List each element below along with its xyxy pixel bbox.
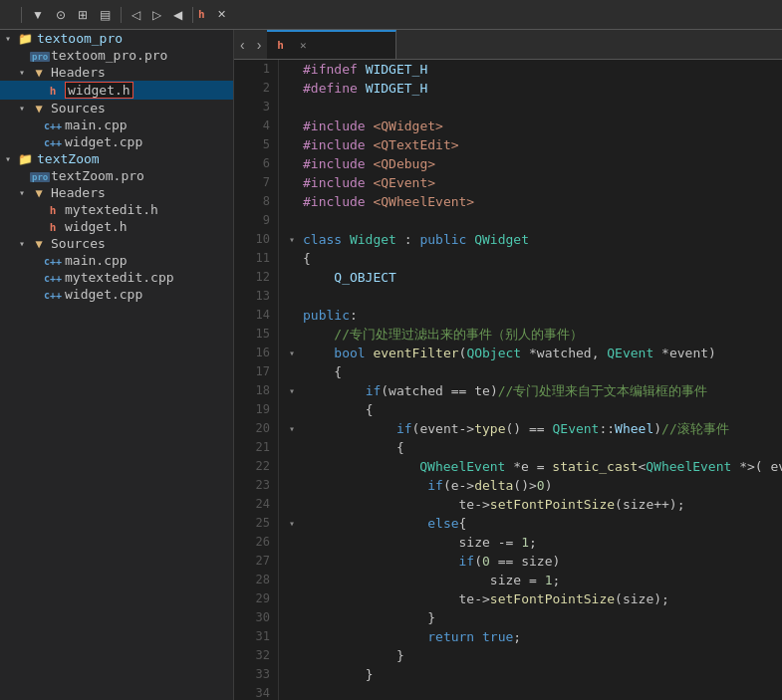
tree-item-mytextedit_cpp[interactable]: c++mytextedit.cpp bbox=[0, 269, 233, 286]
code-line: #include <QWheelEvent> bbox=[289, 192, 772, 211]
file-icon-pro: pro bbox=[30, 169, 48, 183]
tab-nav-right[interactable]: › bbox=[251, 30, 268, 59]
code-line: size = 1; bbox=[289, 571, 772, 589]
line-number: 25 bbox=[234, 514, 270, 533]
code-line: { bbox=[289, 362, 772, 381]
fold-arrow[interactable] bbox=[289, 230, 303, 249]
fold-arrow[interactable] bbox=[289, 381, 303, 400]
main-toolbar: ▼ ⊙ ⊞ ▤ ◁ ▷ ◀ h ✕ bbox=[0, 0, 782, 30]
file-icon-project: 📁 bbox=[16, 152, 34, 166]
code-line: } bbox=[289, 646, 772, 665]
nav-back-btn[interactable]: ◁ bbox=[127, 6, 145, 24]
layout-btn[interactable]: ▤ bbox=[95, 6, 116, 24]
code-line: } bbox=[289, 665, 772, 684]
expand-arrow[interactable]: ▾ bbox=[0, 33, 16, 44]
line-number: 2 bbox=[234, 79, 270, 98]
expand-arrow[interactable]: ▾ bbox=[14, 103, 30, 114]
tree-item-textoom_pro_root[interactable]: ▾📁textoom_pro bbox=[0, 30, 233, 47]
code-line: #include <QWidget> bbox=[289, 117, 772, 135]
file-icon-folder: ▼ bbox=[30, 186, 48, 200]
tree-item-headers1[interactable]: ▾▼Headers bbox=[0, 64, 233, 81]
code-line: { bbox=[289, 249, 772, 268]
line-number: 30 bbox=[234, 608, 270, 627]
expand-arrow[interactable]: ▾ bbox=[14, 238, 30, 249]
code-line bbox=[289, 287, 772, 306]
tree-item-mytextedit_h[interactable]: hmytextedit.h bbox=[0, 201, 233, 218]
tree-item-textZoom_root[interactable]: ▾📁textZoom bbox=[0, 150, 233, 167]
active-tab[interactable]: h ✕ bbox=[267, 30, 396, 59]
nav-fwd-btn[interactable]: ▷ bbox=[147, 6, 166, 24]
nav-home-btn[interactable]: ◀ bbox=[168, 6, 187, 24]
line-number: 8 bbox=[234, 192, 270, 211]
line-number: 6 bbox=[234, 154, 270, 173]
code-line: if(event->type() == QEvent::Wheel)//滚轮事件 bbox=[289, 419, 772, 438]
code-line bbox=[289, 98, 772, 117]
line-number: 22 bbox=[234, 457, 270, 476]
tree-item-widget_cpp1[interactable]: c++widget.cpp bbox=[0, 133, 233, 150]
tree-item-main_cpp2[interactable]: c++main.cpp bbox=[0, 252, 233, 269]
code-line: Q_OBJECT bbox=[289, 268, 772, 287]
line-number: 33 bbox=[234, 665, 270, 684]
tree-item-sources1[interactable]: ▾▼Sources bbox=[0, 100, 233, 117]
tree-item-main_cpp1[interactable]: c++main.cpp bbox=[0, 117, 233, 133]
file-icon-cpp: c++ bbox=[44, 135, 62, 149]
toolbar-sep-2 bbox=[121, 7, 122, 23]
line-number: 9 bbox=[234, 211, 270, 230]
toolbar-sep-1 bbox=[21, 7, 22, 23]
file-close-btn[interactable]: ✕ bbox=[212, 6, 231, 23]
line-number: 12 bbox=[234, 268, 270, 287]
tree-item-label: textoom_pro bbox=[37, 31, 123, 46]
expand-arrow[interactable]: ▾ bbox=[14, 187, 30, 198]
tree-item-sources2[interactable]: ▾▼Sources bbox=[0, 235, 233, 252]
code-line: te->setFontPointSize(size++); bbox=[289, 495, 772, 514]
code-line: bool eventFilter(QObject *watched, QEven… bbox=[289, 344, 772, 362]
line-numbers: 1234567891011121314151617181920212223242… bbox=[234, 60, 279, 700]
fold-arrow[interactable] bbox=[289, 344, 303, 362]
tree-item-headers2[interactable]: ▾▼Headers bbox=[0, 184, 233, 201]
code-line: { bbox=[289, 438, 772, 457]
file-icon-cpp: c++ bbox=[44, 288, 62, 302]
tree-item-widget_h[interactable]: hwidget.h bbox=[0, 81, 233, 100]
code-line bbox=[289, 684, 772, 700]
tree-item-label: textZoom bbox=[37, 151, 100, 166]
tab-bar: ‹ › h ✕ bbox=[234, 30, 782, 60]
code-editor[interactable]: #ifndef WIDGET_H #define WIDGET_H #inclu… bbox=[279, 60, 782, 700]
tree-item-widget_cpp2[interactable]: c++widget.cpp bbox=[0, 286, 233, 303]
code-line: if(0 == size) bbox=[289, 552, 772, 571]
expand-arrow[interactable]: ▾ bbox=[0, 153, 16, 164]
fold-arrow[interactable] bbox=[289, 514, 303, 533]
tree-item-label: widget.cpp bbox=[65, 134, 142, 149]
line-number: 3 bbox=[234, 98, 270, 117]
code-line: //专门处理过滤出来的事件（别人的事件） bbox=[289, 325, 772, 344]
tree-item-label: widget.h bbox=[65, 219, 128, 234]
line-number: 27 bbox=[234, 552, 270, 571]
tree-item-label: textoom_pro.pro bbox=[51, 48, 167, 63]
tree-item-widget_h2[interactable]: hwidget.h bbox=[0, 218, 233, 235]
grid-btn[interactable]: ⊞ bbox=[73, 6, 93, 24]
file-icon-h: h bbox=[44, 203, 62, 217]
code-line: else{ bbox=[289, 514, 772, 533]
tree-item-label: Sources bbox=[51, 101, 106, 116]
link-btn[interactable]: ⊙ bbox=[51, 6, 71, 24]
tree-item-textoom_pro_pro[interactable]: protextoom_pro.pro bbox=[0, 47, 233, 64]
line-number: 16 bbox=[234, 344, 270, 362]
expand-arrow[interactable]: ▾ bbox=[14, 67, 30, 78]
tree-item-label: Sources bbox=[51, 236, 106, 251]
tab-nav-left[interactable]: ‹ bbox=[234, 30, 251, 59]
line-number: 11 bbox=[234, 249, 270, 268]
code-line: te->setFontPointSize(size); bbox=[289, 589, 772, 608]
tree-item-label: textZoom.pro bbox=[51, 168, 144, 183]
tab-close-btn[interactable]: ✕ bbox=[300, 39, 307, 52]
line-number: 28 bbox=[234, 571, 270, 589]
file-type-icon: h bbox=[198, 8, 205, 21]
line-number: 15 bbox=[234, 325, 270, 344]
file-icon-h: h bbox=[44, 84, 62, 98]
filter-btn[interactable]: ▼ bbox=[27, 6, 49, 24]
tree-item-label: widget.cpp bbox=[65, 287, 142, 302]
fold-arrow[interactable] bbox=[289, 419, 303, 438]
file-icon-project: 📁 bbox=[16, 32, 34, 46]
file-tree: ▾📁textoom_proprotextoom_pro.pro▾▼Headers… bbox=[0, 30, 233, 303]
tree-item-label: widget.h bbox=[65, 82, 133, 99]
tree-item-textZoom_pro[interactable]: protextZoom.pro bbox=[0, 167, 233, 184]
main-container: ▾📁textoom_proprotextoom_pro.pro▾▼Headers… bbox=[0, 30, 782, 700]
